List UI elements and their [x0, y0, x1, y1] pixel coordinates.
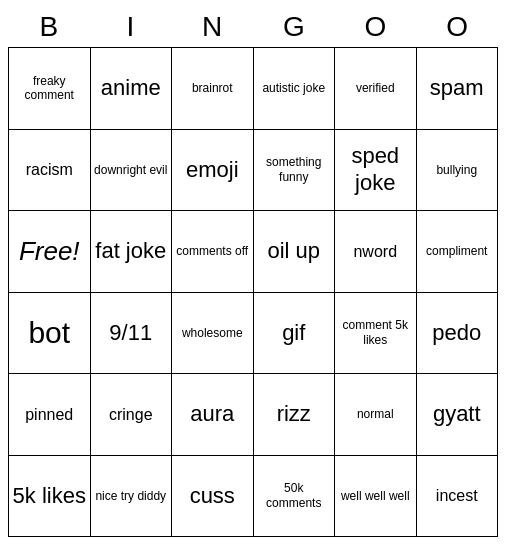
bingo-cell[interactable]: cringe	[91, 374, 173, 456]
bingo-cell[interactable]: bullying	[417, 130, 499, 212]
bingo-cell[interactable]: freaky comment	[9, 48, 91, 130]
bingo-cell[interactable]: incest	[417, 456, 499, 538]
letter-g: G	[254, 11, 334, 43]
letter-b: B	[9, 11, 89, 43]
bingo-cell[interactable]: Free!	[9, 211, 91, 293]
bingo-cell[interactable]: normal	[335, 374, 417, 456]
bingo-cell[interactable]: autistic joke	[254, 48, 336, 130]
bingo-cell[interactable]: nword	[335, 211, 417, 293]
bingo-header: B I N G O O	[8, 7, 498, 47]
bingo-cell[interactable]: oil up	[254, 211, 336, 293]
letter-n: N	[172, 11, 252, 43]
bingo-cell[interactable]: comments off	[172, 211, 254, 293]
bingo-cell[interactable]: pinned	[9, 374, 91, 456]
bingo-cell[interactable]: anime	[91, 48, 173, 130]
bingo-cell[interactable]: gif	[254, 293, 336, 375]
bingo-cell[interactable]: gyatt	[417, 374, 499, 456]
bingo-cell[interactable]: verified	[335, 48, 417, 130]
bingo-cell[interactable]: spam	[417, 48, 499, 130]
bingo-cell[interactable]: bot	[9, 293, 91, 375]
bingo-cell[interactable]: downright evil	[91, 130, 173, 212]
bingo-cell[interactable]: fat joke	[91, 211, 173, 293]
bingo-cell[interactable]: aura	[172, 374, 254, 456]
bingo-cell[interactable]: pedo	[417, 293, 499, 375]
bingo-cell[interactable]: 9/11	[91, 293, 173, 375]
bingo-card: B I N G O O freaky commentanimebrainrota…	[8, 7, 498, 537]
bingo-cell[interactable]: cuss	[172, 456, 254, 538]
bingo-cell[interactable]: compliment	[417, 211, 499, 293]
letter-i: I	[90, 11, 170, 43]
bingo-cell[interactable]: 5k likes	[9, 456, 91, 538]
bingo-cell[interactable]: nice try diddy	[91, 456, 173, 538]
bingo-cell[interactable]: well well well	[335, 456, 417, 538]
bingo-cell[interactable]: sped joke	[335, 130, 417, 212]
bingo-cell[interactable]: rizz	[254, 374, 336, 456]
bingo-cell[interactable]: emoji	[172, 130, 254, 212]
letter-o2: O	[417, 11, 497, 43]
bingo-cell[interactable]: brainrot	[172, 48, 254, 130]
letter-o1: O	[335, 11, 415, 43]
bingo-cell[interactable]: 50k comments	[254, 456, 336, 538]
bingo-cell[interactable]: comment 5k likes	[335, 293, 417, 375]
bingo-cell[interactable]: racism	[9, 130, 91, 212]
bingo-cell[interactable]: wholesome	[172, 293, 254, 375]
bingo-grid: freaky commentanimebrainrotautistic joke…	[8, 47, 498, 537]
bingo-cell[interactable]: something funny	[254, 130, 336, 212]
